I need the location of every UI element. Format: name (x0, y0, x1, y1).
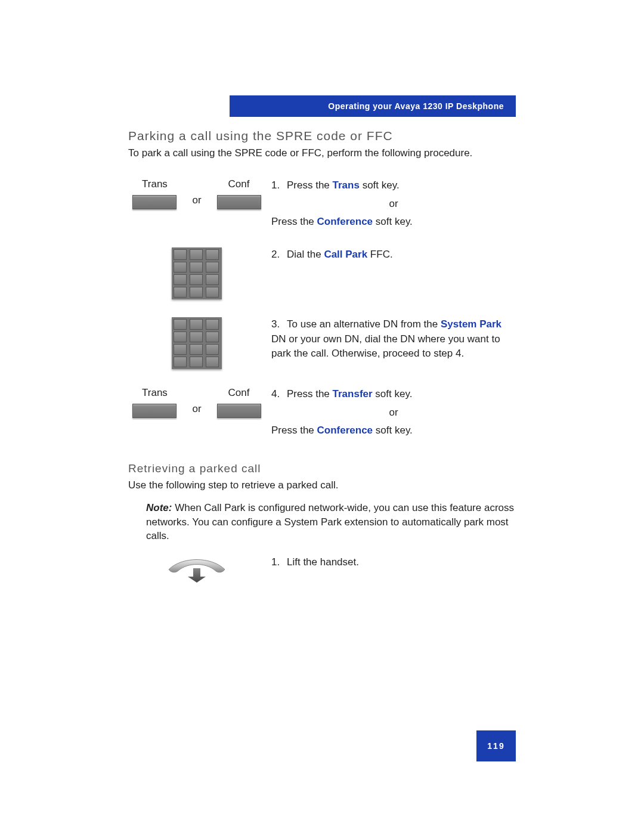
softkey-label-conf: Conf (228, 178, 250, 190)
keypad-icon (172, 317, 222, 369)
note-text: Note: When Call Park is configured netwo… (146, 501, 516, 543)
softkey-button-left (132, 195, 177, 209)
retrieve-step-1: 1.Lift the handset. (265, 555, 516, 570)
section-title-parking: Parking a call using the SPRE code or FF… (128, 129, 516, 143)
softkey-button-right (217, 404, 261, 418)
handset-icon (164, 559, 230, 584)
section-intro-retrieving: Use the following step to retrieve a par… (128, 479, 516, 493)
step-1-text: 1.Press the Trans soft key. or Press the… (265, 178, 516, 230)
softkey-label-trans: Trans (142, 178, 168, 190)
softkey-button-right (217, 195, 261, 209)
softkey-label-trans: Trans (142, 387, 168, 399)
softkey-or: or (192, 194, 201, 209)
softkey-button-left (132, 404, 177, 418)
step-4-text: 4.Press the Transfer soft key. or Press … (265, 387, 516, 438)
softkey-graphic: Trans or Conf (132, 387, 261, 418)
softkey-or: or (192, 403, 201, 418)
step-3-text: 3.To use an alternative DN from the Syst… (265, 317, 516, 361)
keypad-icon (172, 247, 222, 299)
section-intro-parking: To park a call using the SPRE code or FF… (128, 147, 516, 160)
section-title-retrieving: Retrieving a parked call (128, 462, 516, 475)
chapter-header: Operating your Avaya 1230 IP Deskphone (230, 95, 516, 117)
softkey-label-conf: Conf (228, 387, 250, 399)
page-number: 119 (476, 730, 516, 761)
step-2-text: 2.Dial the Call Park FFC. (265, 247, 516, 262)
softkey-graphic: Trans or Conf (132, 178, 261, 209)
chapter-header-text: Operating your Avaya 1230 IP Deskphone (328, 101, 504, 111)
